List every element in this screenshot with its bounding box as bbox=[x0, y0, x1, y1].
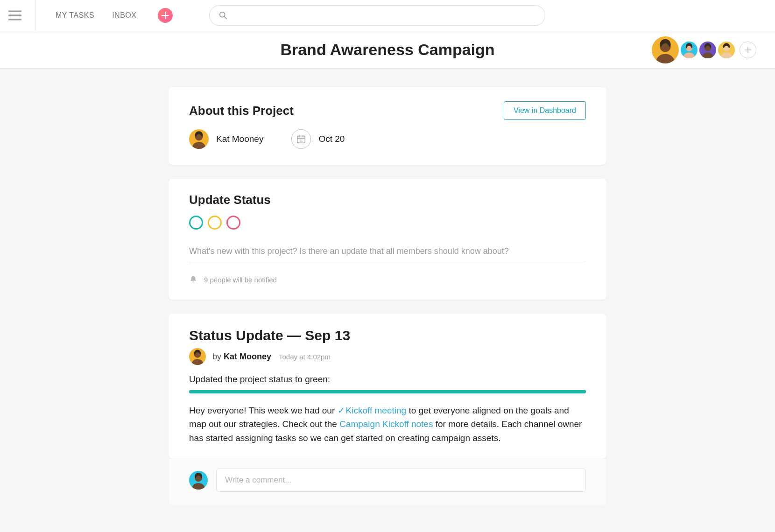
svg-point-3 bbox=[220, 12, 225, 17]
project-title: Brand Awareness Campaign bbox=[280, 41, 494, 59]
svg-line-4 bbox=[225, 17, 227, 19]
owner-avatar bbox=[189, 129, 209, 149]
project-owner[interactable]: Kat Mooney bbox=[189, 129, 263, 149]
project-members bbox=[652, 36, 756, 63]
status-change-text: Updated the project status to green: bbox=[189, 374, 586, 385]
due-date: Oct 20 bbox=[318, 134, 345, 144]
update-body: Hey everyone! This week we had our ✓Kick… bbox=[189, 404, 586, 445]
bell-icon bbox=[189, 275, 197, 284]
status-update-card: Status Update — Sep 13 by Kat Mooney Tod… bbox=[169, 314, 606, 459]
about-card: About this Project View in Dashboard Kat… bbox=[169, 87, 606, 165]
owner-name: Kat Mooney bbox=[216, 134, 263, 144]
search-bar[interactable] bbox=[209, 5, 545, 26]
comment-input[interactable] bbox=[216, 469, 586, 492]
view-dashboard-button[interactable]: View in Dashboard bbox=[504, 101, 586, 120]
status-red[interactable] bbox=[226, 216, 240, 230]
update-status-card: Update Status 9 people will be notified bbox=[169, 179, 606, 300]
member-avatar-1[interactable] bbox=[652, 36, 679, 63]
svg-rect-1 bbox=[8, 14, 21, 16]
nav-inbox[interactable]: INBOX bbox=[107, 8, 141, 22]
calendar-icon: 31 bbox=[291, 129, 311, 149]
add-member-button[interactable] bbox=[740, 42, 756, 58]
plus-icon bbox=[162, 12, 169, 19]
about-heading: About this Project bbox=[189, 104, 294, 118]
update-status-heading: Update Status bbox=[189, 193, 586, 207]
notify-info: 9 people will be notified bbox=[189, 275, 586, 284]
member-avatar-3[interactable] bbox=[699, 42, 716, 58]
comment-section bbox=[169, 459, 606, 505]
author-byline: by Kat Mooney bbox=[212, 352, 271, 362]
search-input[interactable] bbox=[233, 11, 535, 20]
svg-text:31: 31 bbox=[300, 139, 303, 142]
add-button[interactable] bbox=[158, 8, 173, 23]
status-update-input[interactable] bbox=[189, 243, 586, 263]
status-color-picker bbox=[189, 216, 586, 230]
svg-rect-0 bbox=[8, 11, 21, 13]
kickoff-notes-link[interactable]: Campaign Kickoff notes bbox=[339, 419, 433, 429]
search-icon bbox=[219, 11, 227, 20]
main-content: About this Project View in Dashboard Kat… bbox=[0, 69, 775, 532]
nav-my-tasks[interactable]: MY TASKS bbox=[51, 8, 99, 22]
status-green[interactable] bbox=[189, 216, 203, 230]
status-yellow[interactable] bbox=[208, 216, 222, 230]
project-header: Brand Awareness Campaign bbox=[0, 31, 775, 69]
menu-icon[interactable] bbox=[6, 6, 24, 25]
member-avatar-4[interactable] bbox=[718, 42, 735, 58]
plus-icon bbox=[745, 47, 751, 53]
status-update-title: Status Update — Sep 13 bbox=[189, 328, 586, 343]
check-icon: ✓ bbox=[338, 404, 345, 417]
project-due-date[interactable]: 31 Oct 20 bbox=[291, 129, 345, 149]
svg-rect-2 bbox=[8, 19, 21, 21]
status-bar-green bbox=[189, 390, 586, 393]
divider bbox=[35, 0, 36, 31]
update-timestamp: Today at 4:02pm bbox=[279, 353, 331, 361]
author-avatar bbox=[189, 348, 206, 365]
notify-text: 9 people will be notified bbox=[204, 276, 277, 284]
member-avatar-2[interactable] bbox=[681, 42, 698, 58]
kickoff-meeting-link[interactable]: Kickoff meeting bbox=[346, 406, 407, 415]
commenter-avatar bbox=[189, 471, 208, 490]
top-nav: MY TASKS INBOX bbox=[0, 0, 775, 31]
